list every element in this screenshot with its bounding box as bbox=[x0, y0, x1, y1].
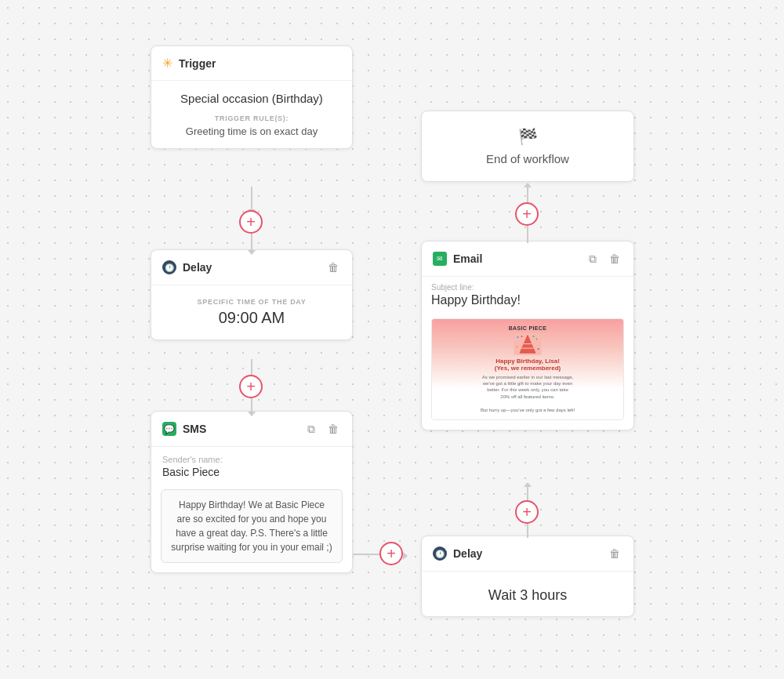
end-text: End of workflow bbox=[486, 152, 569, 165]
delay-left-delete-icon[interactable]: 🗑 bbox=[325, 260, 341, 275]
sms-sender-label: Sender's name: bbox=[162, 455, 341, 464]
delay-card-left: 🕐 Delay 🗑 SPECIFIC TIME OF THE DAY 09:00… bbox=[151, 249, 353, 340]
email-header: ✉ Email ⧉ 🗑 bbox=[422, 241, 633, 277]
email-preview-body: As we promised earlier in our last messa… bbox=[481, 374, 575, 413]
delay-right-delete-icon[interactable]: 🗑 bbox=[607, 546, 622, 561]
email-preview-headline: Happy Birthday, Lisa!(Yes, we remembered… bbox=[495, 358, 561, 372]
svg-point-5 bbox=[517, 336, 518, 338]
delay-card-right: 🕐 Delay 🗑 Wait 3 hours bbox=[421, 536, 634, 617]
svg-point-8 bbox=[538, 348, 539, 350]
email-subject-value: Happy Birthday! bbox=[431, 293, 624, 312]
trigger-body: Special occasion (Birthday) TRIGGER RULE… bbox=[151, 81, 352, 148]
sms-sender-section: Sender's name: Basic Piece bbox=[151, 447, 352, 481]
svg-point-10 bbox=[533, 336, 535, 337]
sms-message-text: Happy Birthday! We at Basic Piece are so… bbox=[171, 499, 332, 553]
add-button-h[interactable]: + bbox=[379, 542, 403, 565]
delay-left-actions: 🗑 bbox=[325, 260, 341, 275]
delay-left-header: 🕐 Delay 🗑 bbox=[151, 250, 352, 285]
delay-wait-text: Wait 3 hours bbox=[434, 587, 621, 604]
add-button-delay-email[interactable]: + bbox=[515, 500, 539, 524]
end-of-workflow-card: 🏁 End of workflow bbox=[421, 111, 634, 182]
delay-right-body: Wait 3 hours bbox=[422, 572, 633, 616]
trigger-rule-label: TRIGGER RULE(S): bbox=[164, 114, 339, 122]
svg-point-6 bbox=[536, 339, 538, 340]
sms-delete-icon[interactable]: 🗑 bbox=[325, 421, 341, 437]
email-card: ✉ Email ⧉ 🗑 Subject line: Happy Birthday… bbox=[421, 241, 634, 430]
svg-point-9 bbox=[521, 336, 522, 337]
connector-add1-delay bbox=[251, 234, 252, 251]
trigger-icon: ✳ bbox=[162, 56, 172, 71]
trigger-title: Trigger bbox=[179, 57, 216, 70]
connector-delay-add2 bbox=[251, 359, 252, 376]
trigger-card: ✳ Trigger Special occasion (Birthday) TR… bbox=[151, 45, 353, 149]
sms-copy-icon[interactable]: ⧉ bbox=[303, 421, 319, 437]
delay-right-actions: 🗑 bbox=[607, 546, 622, 561]
sms-card: 💬 SMS ⧉ 🗑 Sender's name: Basic Piece Hap… bbox=[151, 411, 353, 573]
end-card-body: 🏁 End of workflow bbox=[422, 111, 633, 181]
sms-icon: 💬 bbox=[162, 422, 176, 436]
email-delete-icon[interactable]: 🗑 bbox=[607, 251, 622, 267]
email-actions: ⧉ 🗑 bbox=[585, 251, 622, 267]
delay-left-title: Delay bbox=[183, 261, 212, 274]
email-icon: ✉ bbox=[433, 252, 447, 266]
workflow-canvas: ✳ Trigger Special occasion (Birthday) TR… bbox=[0, 0, 784, 679]
email-copy-icon[interactable]: ⧉ bbox=[585, 251, 601, 267]
email-preview-inner: BASIC PIECE bbox=[432, 319, 623, 419]
trigger-header: ✳ Trigger bbox=[151, 46, 352, 81]
trigger-rule-value: Greeting time is on exact day bbox=[164, 125, 339, 137]
flag-icon: 🏁 bbox=[518, 127, 538, 146]
sms-header: 💬 SMS ⧉ 🗑 bbox=[151, 412, 352, 447]
clock-icon-left: 🕐 bbox=[162, 260, 176, 274]
sms-title: SMS bbox=[183, 423, 206, 435]
connector-trigger-add bbox=[251, 187, 252, 210]
email-subject-label: Subject line: bbox=[431, 283, 624, 292]
clock-icon-right: 🕐 bbox=[433, 546, 447, 561]
add-button-1[interactable]: + bbox=[239, 210, 263, 234]
svg-point-7 bbox=[516, 347, 517, 348]
sms-sender-value: Basic Piece bbox=[162, 466, 341, 478]
delay-right-title: Delay bbox=[453, 547, 482, 560]
email-subject-section: Subject line: Happy Birthday! bbox=[422, 277, 633, 312]
email-preview-brand: BASIC PIECE bbox=[509, 325, 547, 331]
email-preview: BASIC PIECE bbox=[431, 318, 624, 420]
party-graphic bbox=[500, 333, 555, 355]
delay-left-body: SPECIFIC TIME OF THE DAY 09:00 AM bbox=[151, 285, 352, 340]
add-button-end-email[interactable]: + bbox=[515, 202, 539, 226]
delay-right-header: 🕐 Delay 🗑 bbox=[422, 536, 633, 572]
connector-add2-sms bbox=[251, 398, 252, 412]
add-button-2[interactable]: + bbox=[239, 375, 263, 398]
trigger-occasion: Special occasion (Birthday) bbox=[164, 92, 339, 105]
delay-time-value: 09:00 AM bbox=[164, 309, 339, 327]
arrow-right-connector bbox=[403, 552, 408, 560]
delay-time-label: SPECIFIC TIME OF THE DAY bbox=[164, 298, 339, 306]
email-title: Email bbox=[453, 252, 482, 265]
sms-actions: ⧉ 🗑 bbox=[303, 421, 341, 437]
sms-message-box: Happy Birthday! We at Basic Piece are so… bbox=[161, 489, 343, 563]
